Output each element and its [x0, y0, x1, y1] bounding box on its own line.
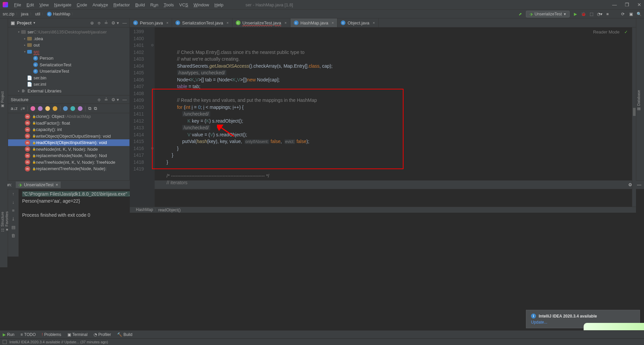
btm-profiler[interactable]: ◔Profiler: [94, 332, 111, 337]
btm-terminal[interactable]: ▣Terminal: [67, 332, 88, 337]
tab-close-icon[interactable]: ×: [56, 182, 58, 187]
filter-icon[interactable]: ▤: [11, 225, 15, 230]
tree-node[interactable]: CPerson: [8, 55, 129, 62]
locate-icon[interactable]: ⊕: [90, 20, 94, 25]
tree-node[interactable]: ▸⊪External Libraries: [8, 88, 129, 94]
structure-list[interactable]: m🔒 clone(): Object ↑AbstractMapm🔒 loadFa…: [8, 113, 129, 180]
filter-lock-icon[interactable]: [53, 106, 57, 111]
maximize-icon[interactable]: ❐: [625, 2, 629, 7]
notification-link[interactable]: Update...: [531, 320, 547, 325]
run-icon[interactable]: ▶: [573, 12, 578, 16]
status-icon[interactable]: [3, 340, 7, 344]
btm-build[interactable]: 🔨Build: [117, 332, 132, 337]
menu-file[interactable]: File: [12, 2, 23, 8]
settings-icon[interactable]: ⚙ ▾: [111, 20, 119, 25]
tree-node[interactable]: CUnserializeTest: [8, 68, 129, 75]
debug-icon[interactable]: 🐞: [581, 12, 586, 16]
st-collapse-icon[interactable]: ≟: [104, 97, 108, 102]
menu-build[interactable]: Build: [133, 2, 147, 8]
tree-node[interactable]: ▾src: [8, 49, 129, 55]
structure-item[interactable]: m🔒 writeObject(ObjectOutputStream): void: [8, 133, 129, 140]
btm-todo[interactable]: ≡TODO: [20, 332, 36, 337]
editor-tab[interactable]: CUnserializeTest.java×: [232, 18, 290, 27]
scroll-icon[interactable]: ⤓: [11, 216, 15, 221]
tree-node[interactable]: CSerializationTest: [8, 62, 129, 68]
tab-close-icon[interactable]: ×: [226, 21, 228, 25]
structure-item[interactable]: m🔒 replacementNode(Node, Node): Nod: [8, 152, 129, 159]
wrap-icon[interactable]: ≡: [12, 208, 15, 213]
inspection-ok-icon[interactable]: ✓: [624, 29, 628, 36]
build-icon[interactable]: ⬈: [518, 12, 523, 16]
close-icon[interactable]: ✕: [637, 2, 641, 7]
ide-settings-icon[interactable]: ▣: [629, 12, 633, 16]
fold-column[interactable]: ⊖│⊖: [150, 27, 155, 207]
up-icon[interactable]: ↑: [12, 191, 14, 196]
menu-navigate[interactable]: Navigate: [52, 2, 73, 8]
database-button[interactable]: ▤ Database: [636, 21, 641, 180]
expand-icon[interactable]: ≑: [97, 20, 101, 25]
crumb-util[interactable]: util: [35, 12, 46, 16]
st-expand-icon[interactable]: ≑: [97, 97, 101, 102]
editor-tab[interactable]: CPerson.java×: [130, 18, 172, 27]
menu-code[interactable]: Code: [75, 2, 89, 8]
autoscroll-icon[interactable]: ⧉: [88, 106, 91, 111]
structure-item[interactable]: m🔒 clone(): Object ↑AbstractMap: [8, 113, 129, 120]
editor-tab[interactable]: CHashMap.java×: [290, 18, 338, 27]
filter-props-icon[interactable]: [38, 106, 43, 111]
filter-f-icon[interactable]: [45, 106, 50, 111]
menu-help[interactable]: Help: [212, 2, 225, 8]
project-view-selector[interactable]: ▣ Project: [11, 20, 35, 25]
sort-vis-icon[interactable]: ↓≡: [20, 106, 25, 111]
st-settings-icon[interactable]: ⚙ ▾: [111, 97, 119, 102]
run-hide-icon[interactable]: —: [637, 182, 641, 187]
menu-run[interactable]: Run: [148, 2, 160, 8]
down-icon[interactable]: ↓: [12, 200, 14, 205]
tree-node[interactable]: 📄ser.iml: [8, 81, 129, 88]
tree-node[interactable]: 📄ser.bin: [8, 75, 129, 81]
tab-close-icon[interactable]: ×: [373, 21, 375, 25]
tree-node[interactable]: ▸.idea: [8, 36, 129, 42]
editor-tab[interactable]: CSerializationTest.java×: [172, 18, 232, 27]
menu-vcs[interactable]: VCS: [177, 2, 190, 8]
menu-window[interactable]: Window: [192, 2, 211, 8]
structure-item[interactable]: m🔒 newTreeNode(int, K, V, Node): TreeNod…: [8, 159, 129, 166]
structure-item[interactable]: m🔒 replacementTreeNode(Node, Node):: [8, 165, 129, 172]
favorites-button[interactable]: ★ Favorites: [4, 211, 9, 232]
filter-anon-icon[interactable]: [70, 106, 75, 111]
structure-item[interactable]: m🔒 loadFactor(): float: [8, 120, 129, 127]
update-icon[interactable]: ⟳: [621, 12, 625, 16]
coverage-icon[interactable]: ⬚: [589, 12, 594, 16]
st-hide-icon[interactable]: —: [122, 97, 127, 102]
filter-fields-icon[interactable]: [31, 106, 35, 111]
menu-edit[interactable]: Edit: [24, 2, 36, 8]
project-tree[interactable]: ▾ser C:\Users\86135\Desktop\web\java\ser…: [8, 27, 129, 95]
code-area[interactable]: 1399140014011402140314041405140614071408…: [130, 27, 636, 207]
hide-icon[interactable]: —: [122, 20, 127, 25]
tab-close-icon[interactable]: ×: [332, 21, 334, 25]
profile-icon[interactable]: ◔▾: [597, 12, 602, 16]
menu-refactor[interactable]: Refactor: [111, 2, 132, 8]
editor-breadcrumb[interactable]: HashMapreadObject(): [130, 207, 636, 213]
editor-scrollbar[interactable]: [632, 27, 636, 207]
menu-analyze[interactable]: Analyze: [91, 2, 110, 8]
sort-az-icon[interactable]: a↓z: [11, 106, 17, 111]
filter-lambda-icon[interactable]: [78, 106, 83, 111]
search-icon[interactable]: 🔍: [637, 12, 641, 16]
project-tool-button[interactable]: ▣ Project: [0, 22, 4, 178]
crumb-java[interactable]: java: [21, 12, 35, 16]
run-config-selector[interactable]: ⬗UnserializeTest▾: [526, 11, 570, 17]
tab-close-icon[interactable]: ×: [166, 21, 168, 25]
collapse-icon[interactable]: ≟: [104, 20, 108, 25]
structure-item[interactable]: m🔒 newNode(int, K, V, Node): Node: [8, 146, 129, 153]
code-text[interactable]: // Check Map.Entry[].class since it's th…: [155, 27, 632, 207]
scrollbar-thumb[interactable]: [633, 108, 636, 116]
structure-item[interactable]: m🔒 capacity(): int: [8, 126, 129, 133]
reader-mode-label[interactable]: Reader Mode: [593, 29, 620, 36]
minimize-icon[interactable]: —: [612, 2, 617, 7]
tab-close-icon[interactable]: ×: [284, 21, 286, 25]
editor-tab[interactable]: CObject.java×: [337, 18, 378, 27]
structure-item[interactable]: m🔒 readObject(ObjectInputStream): void: [8, 139, 129, 146]
structure-button[interactable]: ☷ Structure: [0, 212, 4, 232]
trash-icon[interactable]: 🗑: [11, 233, 15, 238]
tree-node[interactable]: ▸out: [8, 42, 129, 49]
